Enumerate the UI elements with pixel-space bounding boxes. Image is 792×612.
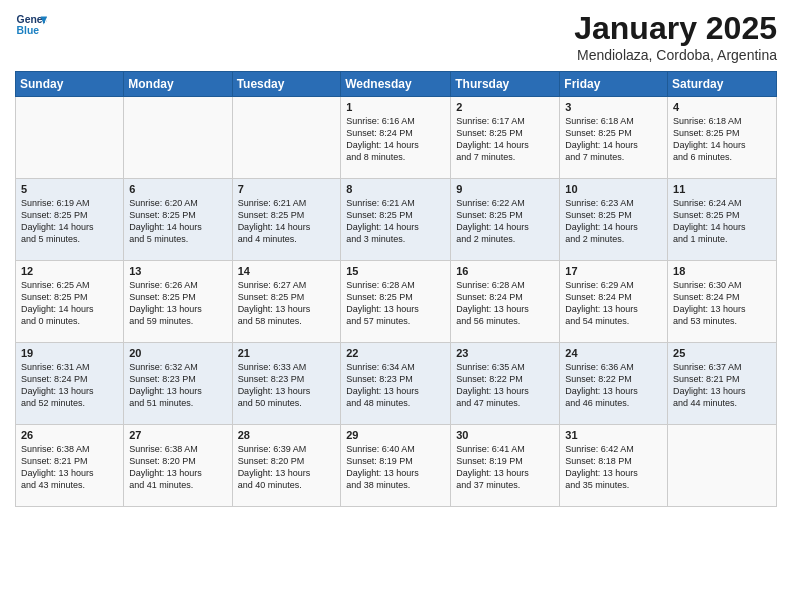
day-cell: 2Sunrise: 6:17 AM Sunset: 8:25 PM Daylig… (451, 97, 560, 179)
logo: General Blue (15, 10, 47, 42)
day-cell: 11Sunrise: 6:24 AM Sunset: 8:25 PM Dayli… (668, 179, 777, 261)
week-row-2: 5Sunrise: 6:19 AM Sunset: 8:25 PM Daylig… (16, 179, 777, 261)
day-cell: 17Sunrise: 6:29 AM Sunset: 8:24 PM Dayli… (560, 261, 668, 343)
day-info: Sunrise: 6:42 AM Sunset: 8:18 PM Dayligh… (565, 443, 662, 492)
weekday-header-monday: Monday (124, 72, 232, 97)
day-number: 5 (21, 183, 118, 195)
day-cell (16, 97, 124, 179)
day-number: 4 (673, 101, 771, 113)
day-cell: 15Sunrise: 6:28 AM Sunset: 8:25 PM Dayli… (341, 261, 451, 343)
day-number: 22 (346, 347, 445, 359)
day-cell: 13Sunrise: 6:26 AM Sunset: 8:25 PM Dayli… (124, 261, 232, 343)
day-number: 14 (238, 265, 336, 277)
day-info: Sunrise: 6:18 AM Sunset: 8:25 PM Dayligh… (565, 115, 662, 164)
day-cell: 18Sunrise: 6:30 AM Sunset: 8:24 PM Dayli… (668, 261, 777, 343)
day-number: 23 (456, 347, 554, 359)
day-cell: 1Sunrise: 6:16 AM Sunset: 8:24 PM Daylig… (341, 97, 451, 179)
day-cell: 10Sunrise: 6:23 AM Sunset: 8:25 PM Dayli… (560, 179, 668, 261)
day-number: 7 (238, 183, 336, 195)
day-number: 11 (673, 183, 771, 195)
weekday-header-tuesday: Tuesday (232, 72, 341, 97)
day-cell: 8Sunrise: 6:21 AM Sunset: 8:25 PM Daylig… (341, 179, 451, 261)
day-number: 25 (673, 347, 771, 359)
day-number: 27 (129, 429, 226, 441)
day-info: Sunrise: 6:20 AM Sunset: 8:25 PM Dayligh… (129, 197, 226, 246)
month-title: January 2025 (574, 10, 777, 47)
weekday-header-sunday: Sunday (16, 72, 124, 97)
day-number: 2 (456, 101, 554, 113)
weekday-header-friday: Friday (560, 72, 668, 97)
day-cell: 26Sunrise: 6:38 AM Sunset: 8:21 PM Dayli… (16, 425, 124, 507)
calendar: SundayMondayTuesdayWednesdayThursdayFrid… (15, 71, 777, 507)
day-cell: 16Sunrise: 6:28 AM Sunset: 8:24 PM Dayli… (451, 261, 560, 343)
day-info: Sunrise: 6:27 AM Sunset: 8:25 PM Dayligh… (238, 279, 336, 328)
day-number: 16 (456, 265, 554, 277)
day-info: Sunrise: 6:24 AM Sunset: 8:25 PM Dayligh… (673, 197, 771, 246)
day-cell: 25Sunrise: 6:37 AM Sunset: 8:21 PM Dayli… (668, 343, 777, 425)
logo-icon: General Blue (15, 10, 47, 42)
day-number: 3 (565, 101, 662, 113)
day-number: 6 (129, 183, 226, 195)
day-cell: 29Sunrise: 6:40 AM Sunset: 8:19 PM Dayli… (341, 425, 451, 507)
day-info: Sunrise: 6:37 AM Sunset: 8:21 PM Dayligh… (673, 361, 771, 410)
day-cell: 21Sunrise: 6:33 AM Sunset: 8:23 PM Dayli… (232, 343, 341, 425)
day-cell: 19Sunrise: 6:31 AM Sunset: 8:24 PM Dayli… (16, 343, 124, 425)
day-cell: 30Sunrise: 6:41 AM Sunset: 8:19 PM Dayli… (451, 425, 560, 507)
weekday-header-thursday: Thursday (451, 72, 560, 97)
day-cell: 22Sunrise: 6:34 AM Sunset: 8:23 PM Dayli… (341, 343, 451, 425)
day-number: 20 (129, 347, 226, 359)
day-number: 8 (346, 183, 445, 195)
day-number: 21 (238, 347, 336, 359)
title-block: January 2025 Mendiolaza, Cordoba, Argent… (574, 10, 777, 63)
day-number: 18 (673, 265, 771, 277)
day-info: Sunrise: 6:38 AM Sunset: 8:21 PM Dayligh… (21, 443, 118, 492)
week-row-4: 19Sunrise: 6:31 AM Sunset: 8:24 PM Dayli… (16, 343, 777, 425)
day-info: Sunrise: 6:16 AM Sunset: 8:24 PM Dayligh… (346, 115, 445, 164)
weekday-header-wednesday: Wednesday (341, 72, 451, 97)
day-info: Sunrise: 6:41 AM Sunset: 8:19 PM Dayligh… (456, 443, 554, 492)
day-info: Sunrise: 6:21 AM Sunset: 8:25 PM Dayligh… (238, 197, 336, 246)
day-cell: 3Sunrise: 6:18 AM Sunset: 8:25 PM Daylig… (560, 97, 668, 179)
weekday-header-saturday: Saturday (668, 72, 777, 97)
day-cell: 28Sunrise: 6:39 AM Sunset: 8:20 PM Dayli… (232, 425, 341, 507)
day-cell: 31Sunrise: 6:42 AM Sunset: 8:18 PM Dayli… (560, 425, 668, 507)
day-cell: 9Sunrise: 6:22 AM Sunset: 8:25 PM Daylig… (451, 179, 560, 261)
svg-text:Blue: Blue (17, 25, 40, 36)
location: Mendiolaza, Cordoba, Argentina (574, 47, 777, 63)
day-info: Sunrise: 6:30 AM Sunset: 8:24 PM Dayligh… (673, 279, 771, 328)
day-info: Sunrise: 6:23 AM Sunset: 8:25 PM Dayligh… (565, 197, 662, 246)
day-info: Sunrise: 6:38 AM Sunset: 8:20 PM Dayligh… (129, 443, 226, 492)
day-cell: 27Sunrise: 6:38 AM Sunset: 8:20 PM Dayli… (124, 425, 232, 507)
day-number: 24 (565, 347, 662, 359)
day-info: Sunrise: 6:25 AM Sunset: 8:25 PM Dayligh… (21, 279, 118, 328)
day-info: Sunrise: 6:19 AM Sunset: 8:25 PM Dayligh… (21, 197, 118, 246)
day-cell: 23Sunrise: 6:35 AM Sunset: 8:22 PM Dayli… (451, 343, 560, 425)
day-number: 13 (129, 265, 226, 277)
day-number: 1 (346, 101, 445, 113)
day-info: Sunrise: 6:18 AM Sunset: 8:25 PM Dayligh… (673, 115, 771, 164)
day-number: 28 (238, 429, 336, 441)
day-number: 19 (21, 347, 118, 359)
day-info: Sunrise: 6:29 AM Sunset: 8:24 PM Dayligh… (565, 279, 662, 328)
week-row-5: 26Sunrise: 6:38 AM Sunset: 8:21 PM Dayli… (16, 425, 777, 507)
day-info: Sunrise: 6:35 AM Sunset: 8:22 PM Dayligh… (456, 361, 554, 410)
day-cell: 12Sunrise: 6:25 AM Sunset: 8:25 PM Dayli… (16, 261, 124, 343)
day-cell: 7Sunrise: 6:21 AM Sunset: 8:25 PM Daylig… (232, 179, 341, 261)
page: General Blue January 2025 Mendiolaza, Co… (0, 0, 792, 612)
day-cell: 14Sunrise: 6:27 AM Sunset: 8:25 PM Dayli… (232, 261, 341, 343)
day-number: 12 (21, 265, 118, 277)
day-info: Sunrise: 6:21 AM Sunset: 8:25 PM Dayligh… (346, 197, 445, 246)
day-info: Sunrise: 6:22 AM Sunset: 8:25 PM Dayligh… (456, 197, 554, 246)
header: General Blue January 2025 Mendiolaza, Co… (15, 10, 777, 63)
day-info: Sunrise: 6:36 AM Sunset: 8:22 PM Dayligh… (565, 361, 662, 410)
day-info: Sunrise: 6:28 AM Sunset: 8:24 PM Dayligh… (456, 279, 554, 328)
day-cell (668, 425, 777, 507)
weekday-header-row: SundayMondayTuesdayWednesdayThursdayFrid… (16, 72, 777, 97)
week-row-1: 1Sunrise: 6:16 AM Sunset: 8:24 PM Daylig… (16, 97, 777, 179)
day-info: Sunrise: 6:17 AM Sunset: 8:25 PM Dayligh… (456, 115, 554, 164)
day-cell: 5Sunrise: 6:19 AM Sunset: 8:25 PM Daylig… (16, 179, 124, 261)
day-number: 15 (346, 265, 445, 277)
day-number: 17 (565, 265, 662, 277)
day-cell: 4Sunrise: 6:18 AM Sunset: 8:25 PM Daylig… (668, 97, 777, 179)
day-cell: 24Sunrise: 6:36 AM Sunset: 8:22 PM Dayli… (560, 343, 668, 425)
